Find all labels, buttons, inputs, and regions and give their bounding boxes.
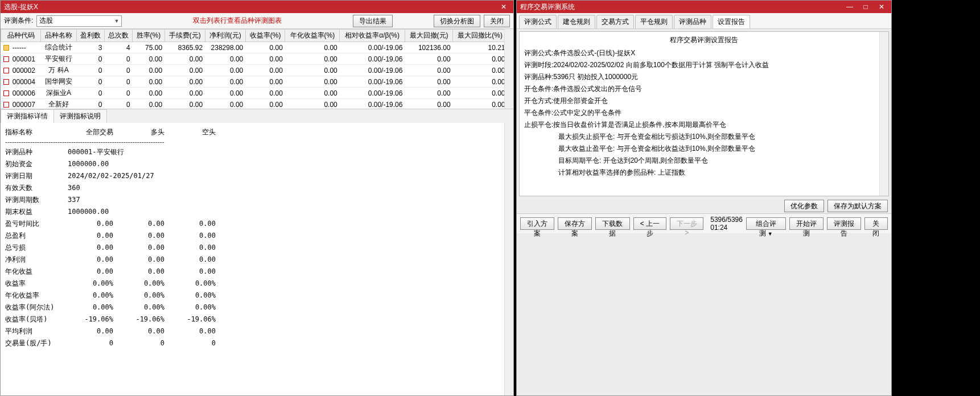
report-scrollbar[interactable] (879, 32, 888, 196)
maximize-icon[interactable]: □ (859, 3, 872, 11)
export-button[interactable]: 导出结果 (353, 15, 393, 27)
right-tabs: 评测公式 建仓规则 交易方式 平仓规则 评测品种 设置报告 (517, 13, 891, 29)
close-button-2[interactable]: 关闭 (864, 217, 888, 230)
download-button[interactable]: 下载数据 (595, 217, 629, 230)
table-scrollbar[interactable] (504, 29, 513, 109)
close-button[interactable]: 关闭 (484, 15, 510, 27)
report-line: 评测时段: 2024/02/02-2025/02/02 向前多取100个数据用于… (524, 59, 884, 71)
start-eval-button[interactable]: 开始评测 (789, 217, 823, 230)
detail-row: 平均利润0.000.000.00 (5, 325, 509, 337)
tab-trade-mode[interactable]: 交易方式 (596, 15, 634, 28)
bottom-bar: 引入方案 保存方案 下载数据 < 上一步 下一步 > 5396/5396 01:… (517, 213, 891, 233)
tab-build-rule[interactable]: 建仓规则 (558, 15, 595, 28)
detail-row: 交易量(股/手)000 (5, 337, 509, 349)
prev-button[interactable]: < 上一步 (633, 217, 667, 230)
right-titlebar: 程序交易评测系统 — □ ✕ (517, 1, 891, 13)
detail-row: 总盈利0.000.000.00 (5, 230, 509, 242)
minimize-icon[interactable]: — (843, 3, 856, 11)
detail-row: 收益率0.00%0.00%0.00% (5, 278, 509, 290)
left-panel: 选股-捉妖X ✕ 评测条件: 选股 ▼ 双击列表行查看品种评测图表 导出结果 切… (0, 0, 514, 396)
detail-row: 初始资金1000000.00 (5, 158, 509, 170)
column-header[interactable]: 胜率(%) (133, 30, 165, 42)
close-icon[interactable]: ✕ (497, 3, 510, 11)
eval-report-button[interactable]: 评测报告 (827, 217, 861, 230)
item-icon (3, 102, 9, 108)
detail-row: 评测日期2024/02/02-2025/01/27 (5, 170, 509, 182)
details-pane: 指标名称全部交易多头空头----------------------------… (1, 123, 513, 395)
table-row[interactable]: 000001平安银行000.000.000.000.000.000.00/-19… (1, 53, 513, 65)
next-button: 下一步 > (670, 217, 703, 230)
report-box: 程序交易评测设置报告 评测公式: 条件选股公式-(日线)-捉妖X评测时段: 20… (519, 31, 889, 196)
left-titlebar: 选股-捉妖X ✕ (1, 1, 513, 13)
table-row[interactable]: 000004国华网安000.000.000.000.000.000.00/-19… (1, 76, 513, 88)
detail-row: 总亏损0.000.000.00 (5, 242, 509, 254)
tab-detail[interactable]: 评测指标详情 (1, 109, 54, 123)
detail-row: 收益率(贝塔)-19.06%-19.06%-19.06% (5, 314, 509, 325)
column-header[interactable]: 总次数 (104, 30, 132, 42)
report-line: 最大收益止盈平仓: 与开仓资金相比收益达到10%,则全部数量平仓 (524, 143, 884, 155)
right-title: 程序交易评测系统 (520, 2, 843, 12)
report-line: 计算相对收益率选择的参照品种: 上证指数 (524, 167, 884, 179)
left-title: 选股-捉妖X (4, 2, 497, 12)
condition-label: 评测条件: (4, 16, 33, 26)
close-icon[interactable]: ✕ (875, 3, 888, 11)
column-header[interactable]: 品种名称 (41, 30, 76, 42)
detail-row: 期末权益1000000.00 (5, 206, 509, 218)
save-default-button[interactable]: 保存为默认方案 (827, 200, 888, 212)
detail-row: 评测周期数337 (5, 194, 509, 206)
detail-row: 净利润0.000.000.00 (5, 254, 509, 266)
tab-explain[interactable]: 评测指标说明 (53, 109, 107, 123)
report-title: 程序交易评测设置报告 (524, 35, 884, 45)
column-header[interactable]: 年化收益率(%) (285, 30, 340, 42)
report-line: 平仓条件: 公式中定义的平仓条件 (524, 107, 884, 119)
column-header[interactable]: 最大回撤(元) (405, 30, 452, 42)
detail-row: 年化收益率0.00%0.00%0.00% (5, 290, 509, 302)
detail-row: 评测品种000001-平安银行 (5, 146, 509, 158)
column-header[interactable]: 收益率(%) (245, 30, 285, 42)
table-row[interactable]: 000002万 科A000.000.000.000.000.000.00/-19… (1, 65, 513, 76)
results-table[interactable]: 品种代码品种名称盈利数总次数胜率(%)手续费(元)净利润(元)收益率(%)年化收… (1, 29, 513, 109)
folder-icon (3, 45, 9, 51)
detail-row: 年化收益0.000.000.00 (5, 266, 509, 278)
status-text: 5396/5396 01:24 (707, 216, 743, 232)
report-line: 开仓方式: 使用全部资金开仓 (524, 95, 884, 107)
import-plan-button[interactable]: 引入方案 (520, 217, 554, 230)
item-icon (3, 68, 9, 73)
tab-close-rule[interactable]: 平仓规则 (635, 15, 673, 28)
tab-formula[interactable]: 评测公式 (519, 15, 557, 28)
report-line: 最大损失止损平仓: 与开仓资金相比亏损达到10%,则全部数量平仓 (524, 131, 884, 143)
left-toolbar: 评测条件: 选股 ▼ 双击列表行查看品种评测图表 导出结果 切换分析图 关闭 (1, 13, 513, 29)
item-icon (3, 79, 9, 85)
table-row[interactable]: 000006深振业A000.000.000.000.000.000.00/-19… (1, 88, 513, 99)
item-icon (3, 56, 9, 62)
report-line: 评测品种: 5396只 初始投入1000000元 (524, 71, 884, 83)
report-line: 止损平仓: 按当日收盘价计算是否满足止损条件,按本周期最高价平仓 (524, 119, 884, 131)
item-icon (3, 90, 9, 96)
table-row[interactable]: 000007全新好000.000.000.000.000.000.00/-19.… (1, 99, 513, 109)
switch-chart-button[interactable]: 切换分析图 (434, 15, 480, 27)
column-header[interactable]: 手续费(元) (164, 30, 205, 42)
tab-products[interactable]: 评测品种 (674, 15, 711, 28)
detail-row: 收益率(阿尔法)0.00%0.00%0.00% (5, 302, 509, 314)
combo-eval-button[interactable]: 组合评测▼ (746, 217, 786, 230)
column-header[interactable]: 盈利数 (76, 30, 104, 42)
condition-combo[interactable]: 选股 ▼ (36, 15, 122, 27)
chevron-down-icon: ▼ (768, 231, 773, 237)
details-scrollbar[interactable] (504, 123, 513, 395)
column-header[interactable]: 品种代码 (1, 30, 41, 42)
table-row[interactable]: ------综合统计3475.008365.92238298.000.000.0… (1, 42, 513, 53)
optimize-button[interactable]: 优化参数 (784, 200, 824, 212)
column-header[interactable]: 相对收益率α/β(%) (340, 30, 405, 42)
column-header[interactable]: 最大回撤比(%) (453, 30, 508, 42)
save-plan-button[interactable]: 保存方案 (558, 217, 592, 230)
detail-tabs: 评测指标详情 评测指标说明 (1, 109, 513, 123)
column-header[interactable]: 净利润(元) (205, 30, 245, 42)
right-panel: 程序交易评测系统 — □ ✕ 评测公式 建仓规则 交易方式 平仓规则 评测品种 … (516, 0, 892, 396)
hint-text: 双击列表行查看品种评测图表 (125, 16, 349, 26)
detail-row: 盈亏时间比0.000.000.00 (5, 218, 509, 230)
report-line: 目标周期平仓: 开仓达到20个周期,则全部数量平仓 (524, 155, 884, 167)
chevron-down-icon: ▼ (114, 18, 119, 24)
report-line: 开仓条件: 条件选股公式发出的开仓信号 (524, 83, 884, 95)
tab-report[interactable]: 设置报告 (713, 15, 750, 28)
report-line: 评测公式: 条件选股公式-(日线)-捉妖X (524, 47, 884, 59)
